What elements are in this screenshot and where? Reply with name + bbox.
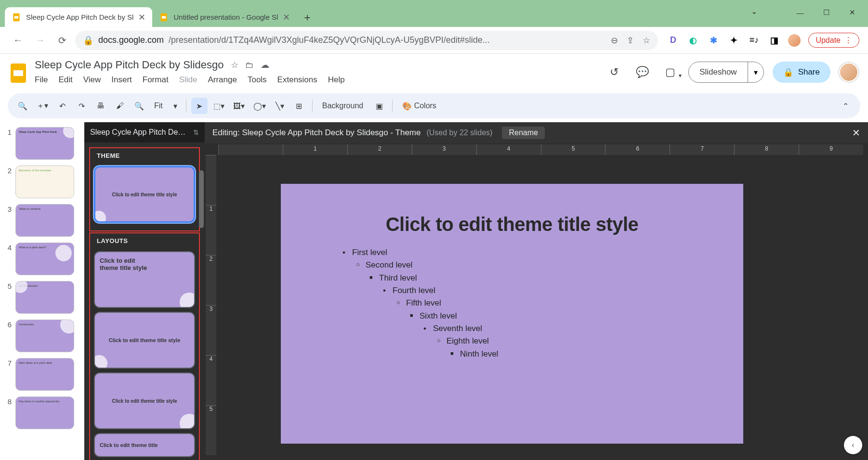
palette-icon: 🎨 bbox=[402, 102, 412, 111]
zoom-select[interactable]: Fit▾ bbox=[150, 102, 181, 111]
profile-avatar[interactable] bbox=[788, 34, 801, 47]
slide-thumbnail[interactable]: 4What is a pitch deck? bbox=[3, 243, 81, 275]
layout-thumbnail[interactable]: Click to edit theme title style bbox=[94, 372, 195, 429]
slide-thumbnail[interactable]: 8Key items in market opportunity bbox=[3, 396, 81, 429]
rename-button[interactable]: Rename bbox=[502, 127, 544, 139]
layout-thumbnail[interactable]: Click to edit theme title bbox=[94, 433, 195, 457]
bookmark-star-icon[interactable]: ☆ bbox=[643, 35, 650, 46]
slide-thumbnail[interactable]: 501 Introduction bbox=[3, 281, 81, 314]
redo-button[interactable]: ↷ bbox=[73, 98, 90, 114]
theme-master-thumbnail[interactable]: Click to edit theme title style bbox=[94, 166, 195, 223]
new-slide-button[interactable]: ＋▾ bbox=[34, 98, 51, 114]
close-icon[interactable]: ✕ bbox=[138, 12, 145, 23]
url-path: /presentation/d/1TZq4AWgilV3XgluF4keZ5Qy… bbox=[169, 35, 490, 45]
background-button[interactable]: Background bbox=[317, 98, 368, 114]
new-tab-button[interactable]: ＋ bbox=[299, 9, 316, 26]
menu-edit[interactable]: Edit bbox=[58, 75, 72, 85]
paint-format-button[interactable]: 🖌 bbox=[112, 98, 128, 114]
search-menus-icon[interactable]: 🔍 bbox=[14, 98, 31, 114]
theme-selector-dropdown[interactable]: Sleep Cycle App Pitch Deck b ⇅ bbox=[84, 122, 205, 142]
main-area: 1Sleep Cycle App Pitch Deck 2Elements of… bbox=[0, 122, 868, 460]
menu-tools[interactable]: Tools bbox=[248, 75, 267, 85]
menu-slide[interactable]: Slide bbox=[179, 75, 197, 85]
title-placeholder[interactable]: Click to edit theme title style bbox=[281, 214, 743, 235]
share-button[interactable]: 🔒 Share bbox=[773, 62, 830, 83]
menu-insert[interactable]: Insert bbox=[111, 75, 132, 85]
scrollbar-thumb[interactable] bbox=[199, 170, 204, 228]
undo-button[interactable]: ↶ bbox=[54, 98, 70, 114]
textbox-tool[interactable]: ⬚▾ bbox=[210, 98, 227, 114]
close-icon[interactable]: ✕ bbox=[283, 12, 290, 23]
sort-icon: ⇅ bbox=[193, 128, 199, 136]
zoom-icon[interactable]: 🔍 bbox=[131, 98, 147, 114]
meet-icon[interactable]: ▢▾ bbox=[660, 63, 680, 82]
explore-button[interactable]: ‹ bbox=[844, 436, 862, 454]
collapse-toolbar-icon[interactable]: ⌃ bbox=[837, 98, 854, 114]
slide-thumbnail[interactable]: 1Sleep Cycle App Pitch Deck bbox=[3, 127, 81, 160]
layout-button[interactable]: ▣ bbox=[371, 98, 387, 114]
slide-thumbnail[interactable]: 3Table of contents bbox=[3, 204, 81, 237]
theme-editor: Editing: Sleep Cycle App Pitch Deck by S… bbox=[205, 122, 868, 460]
browser-tab[interactable]: Untitled presentation - Google Sl ✕ bbox=[152, 7, 297, 27]
zoom-icon[interactable]: ⊖ bbox=[611, 35, 618, 46]
editing-label: Editing: Sleep Cycle App Pitch Deck by S… bbox=[212, 128, 421, 138]
menu-format[interactable]: Format bbox=[143, 75, 169, 85]
extensions-area: D ◐ ✱ ✦ ≡♪ ◨ Update ⋮ bbox=[667, 33, 859, 48]
menu-view[interactable]: View bbox=[83, 75, 101, 85]
print-button[interactable]: 🖶 bbox=[92, 98, 109, 114]
browser-update-button[interactable]: Update ⋮ bbox=[808, 33, 859, 48]
account-avatar[interactable] bbox=[839, 63, 858, 82]
menu-file[interactable]: File bbox=[35, 75, 48, 85]
window-minimize-button[interactable]: — bbox=[787, 2, 813, 23]
layout-thumbnail[interactable]: Click to edit theme title style bbox=[94, 251, 195, 308]
slide-filmstrip[interactable]: 1Sleep Cycle App Pitch Deck 2Elements of… bbox=[0, 122, 84, 460]
reading-list-icon[interactable]: ≡♪ bbox=[748, 34, 760, 47]
slide-thumbnail[interactable]: 7Main ideas of a pitch deck bbox=[3, 358, 81, 391]
slide-thumbnail[interactable]: 2Elements of this template bbox=[3, 166, 81, 198]
reload-button[interactable]: ⟳ bbox=[53, 31, 71, 50]
menu-arrange[interactable]: Arrange bbox=[208, 75, 237, 85]
chevron-down-icon[interactable]: ▾ bbox=[748, 62, 763, 82]
body-placeholder[interactable]: First level Second level Third level Fou… bbox=[339, 246, 498, 360]
extension-icon[interactable]: D bbox=[667, 34, 679, 47]
sidepanel-icon[interactable]: ◨ bbox=[768, 34, 780, 47]
tab-search-icon[interactable]: ⌄ bbox=[751, 7, 757, 16]
star-icon[interactable]: ☆ bbox=[231, 60, 238, 70]
history-icon[interactable]: ↺ bbox=[605, 63, 624, 82]
usage-count: (Used by 22 slides) bbox=[426, 128, 492, 137]
menu-extensions[interactable]: Extensions bbox=[277, 75, 317, 85]
window-maximize-button[interactable]: ☐ bbox=[813, 2, 839, 23]
image-tool[interactable]: 🖼▾ bbox=[230, 98, 248, 114]
slides-favicon bbox=[12, 13, 21, 22]
slide-canvas[interactable]: Click to edit theme title style First le… bbox=[281, 184, 743, 444]
browser-tabstrip: Sleep Cycle App Pitch Deck by Sl ✕ Untit… bbox=[0, 0, 868, 27]
grammarly-icon[interactable]: ◐ bbox=[687, 34, 699, 47]
document-title[interactable]: Sleep Cycle App Pitch Deck by Slidesgo bbox=[35, 59, 224, 71]
line-tool[interactable]: ╲▾ bbox=[272, 98, 288, 114]
window-close-button[interactable]: ✕ bbox=[839, 2, 865, 23]
back-button[interactable]: ← bbox=[9, 31, 27, 50]
annotation-box: THEME Click to edit theme title style bbox=[89, 147, 200, 231]
layout-thumbnail[interactable]: Click to edit theme title style bbox=[94, 312, 195, 369]
canvas-area[interactable]: 1 2 3 4 5 6 7 8 9 12345 Click to edit th… bbox=[205, 143, 868, 460]
comments-icon[interactable]: 💬 bbox=[632, 63, 652, 82]
slide-thumbnail[interactable]: 6Introduction bbox=[3, 319, 81, 352]
slides-logo-icon[interactable] bbox=[7, 62, 30, 85]
shape-tool[interactable]: ◯▾ bbox=[250, 98, 269, 114]
extensions-puzzle-icon[interactable]: ✦ bbox=[727, 34, 740, 47]
forward-button[interactable]: → bbox=[31, 31, 49, 50]
extension-icon[interactable]: ✱ bbox=[707, 34, 720, 47]
close-icon[interactable]: ✕ bbox=[852, 127, 860, 139]
share-url-icon[interactable]: ⇪ bbox=[627, 35, 634, 46]
cloud-status-icon[interactable]: ☁ bbox=[261, 60, 269, 70]
colors-button[interactable]: 🎨 Colors bbox=[397, 98, 441, 114]
section-heading: THEME bbox=[92, 149, 197, 162]
move-folder-icon[interactable]: 🗀 bbox=[245, 60, 254, 70]
browser-toolbar: ← → ⟳ 🔒 docs.google.com/presentation/d/1… bbox=[0, 27, 868, 54]
browser-tab-active[interactable]: Sleep Cycle App Pitch Deck by Sl ✕ bbox=[5, 7, 152, 27]
slideshow-button[interactable]: Slideshow ▾ bbox=[688, 62, 764, 83]
placeholder-tool[interactable]: ⊞ bbox=[291, 98, 307, 114]
address-bar[interactable]: 🔒 docs.google.com/presentation/d/1TZq4AW… bbox=[75, 31, 658, 50]
select-tool[interactable]: ➤ bbox=[191, 98, 208, 114]
menu-help[interactable]: Help bbox=[328, 75, 345, 85]
